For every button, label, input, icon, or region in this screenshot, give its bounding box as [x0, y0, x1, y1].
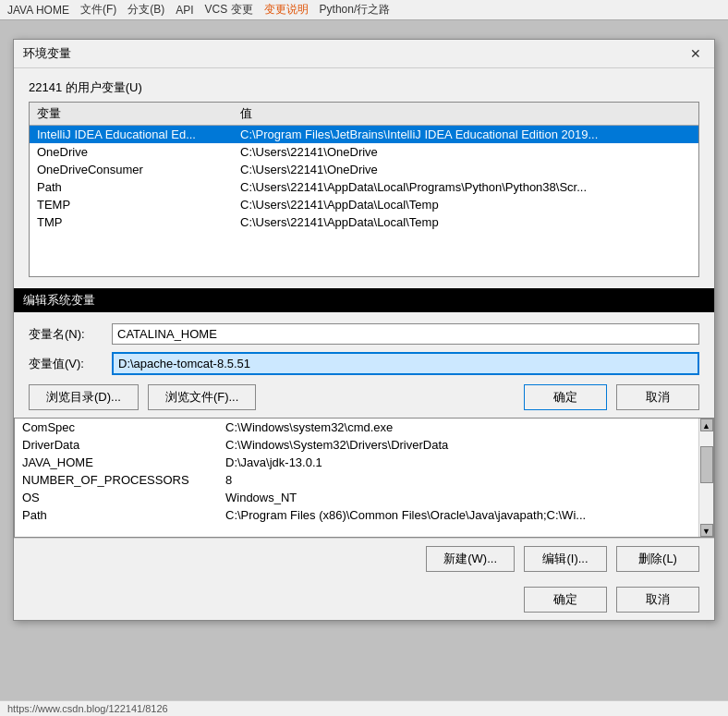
sys-table-row[interactable]: PathC:\Program Files (x86)\Common Files\…: [15, 506, 713, 524]
sys-var-name: DriverData: [15, 436, 218, 454]
user-section-label: 22141 的用户变量(U): [29, 79, 699, 96]
sys-var-name: JAVA_HOME: [15, 454, 218, 471]
delete-button[interactable]: 删除(L): [616, 546, 699, 572]
user-var-name: TMP: [30, 213, 233, 231]
nav-item-changes[interactable]: 变更说明: [264, 2, 309, 18]
final-buttons: 确定 取消: [14, 579, 714, 620]
scroll-thumb[interactable]: [700, 446, 713, 483]
value-field-row: 变量值(V):: [29, 352, 699, 375]
user-var-name: Path: [30, 178, 233, 196]
sys-var-name: OS: [15, 489, 218, 506]
scroll-up-arrow[interactable]: ▲: [700, 419, 713, 431]
black-bar: 编辑系统变量: [14, 288, 714, 312]
nav-item-api[interactable]: API: [176, 4, 193, 17]
user-table-row[interactable]: TEMPC:\Users\22141\AppData\Local\Temp: [30, 196, 698, 213]
user-var-name: TEMP: [30, 196, 233, 213]
sys-var-value: 8: [218, 471, 713, 489]
nav-item-java-home[interactable]: JAVA HOME: [7, 4, 69, 17]
user-var-table: 变量 值 IntelliJ IDEA Educational Ed...C:\P…: [30, 103, 698, 231]
nav-item-vcs[interactable]: VCS 变更: [205, 2, 253, 18]
user-var-value: C:\Users\22141\OneDrive: [233, 143, 698, 161]
edit-ok-button[interactable]: 确定: [524, 384, 607, 410]
bottom-buttons: 新建(W)... 编辑(I)... 删除(L): [14, 538, 714, 579]
user-table-row[interactable]: TMPC:\Users\22141\AppData\Local\Temp: [30, 213, 698, 231]
sys-var-table: ComSpecC:\Windows\system32\cmd.exeDriver…: [15, 419, 713, 524]
col-header-val: 值: [233, 103, 698, 126]
nav-item-file[interactable]: 文件(F): [80, 2, 116, 18]
browse-file-button[interactable]: 浏览文件(F)...: [148, 384, 256, 410]
sys-table-row[interactable]: OSWindows_NT: [15, 489, 713, 506]
sys-var-value: Windows_NT: [218, 489, 713, 506]
value-input[interactable]: [112, 352, 699, 375]
sys-var-value: C:\Windows\System32\Drivers\DriverData: [218, 436, 713, 454]
user-table-row[interactable]: OneDriveConsumerC:\Users\22141\OneDrive: [30, 161, 698, 178]
nav-item-python[interactable]: Python/行之路: [320, 2, 391, 18]
edit-cancel-button[interactable]: 取消: [616, 384, 699, 410]
sys-var-name: ComSpec: [15, 419, 218, 436]
sys-var-value: C:\Program Files (x86)\Common Files\Orac…: [218, 506, 713, 524]
final-ok-button[interactable]: 确定: [524, 587, 607, 613]
user-table-row[interactable]: OneDriveC:\Users\22141\OneDrive: [30, 143, 698, 161]
table-header-row: 变量 值: [30, 103, 698, 126]
edit-button-row: 浏览目录(D)... 浏览文件(F)... 确定 取消: [29, 384, 699, 410]
user-var-name: IntelliJ IDEA Educational Ed...: [30, 126, 233, 144]
final-cancel-button[interactable]: 取消: [616, 587, 699, 613]
sys-var-table-container: ComSpecC:\Windows\system32\cmd.exeDriver…: [14, 418, 714, 538]
top-nav: JAVA HOME 文件(F) 分支(B) API VCS 变更 变更说明 Py…: [0, 0, 728, 20]
scrollbar[interactable]: ▲ ▼: [698, 419, 713, 537]
sys-var-value: C:\Windows\system32\cmd.exe: [218, 419, 713, 436]
sys-var-value: D:\Java\jdk-13.0.1: [218, 454, 713, 471]
user-var-table-container: 变量 值 IntelliJ IDEA Educational Ed...C:\P…: [29, 102, 699, 277]
sys-var-section-wrapper: ComSpecC:\Windows\system32\cmd.exeDriver…: [14, 418, 714, 538]
dialog-titlebar: 环境变量 ✕: [14, 40, 714, 68]
sys-var-name: Path: [15, 506, 218, 524]
user-var-value: C:\Users\22141\OneDrive: [233, 161, 698, 178]
sys-table-row[interactable]: ComSpecC:\Windows\system32\cmd.exe: [15, 419, 713, 436]
sys-var-name: NUMBER_OF_PROCESSORS: [15, 471, 218, 489]
nav-item-branch[interactable]: 分支(B): [127, 2, 164, 18]
edit-section: 变量名(N): 变量值(V): 浏览目录(D)... 浏览文件(F)... 确定…: [14, 312, 714, 418]
name-field-row: 变量名(N):: [29, 323, 699, 345]
close-button[interactable]: ✕: [686, 46, 705, 61]
user-var-value: C:\Users\22141\AppData\Local\Temp: [233, 196, 698, 213]
dialog-body: 22141 的用户变量(U) 变量 值 IntelliJ IDEA Educat…: [14, 68, 714, 288]
user-var-name: OneDrive: [30, 143, 233, 161]
user-var-value: C:\Users\22141\AppData\Local\Programs\Py…: [233, 178, 698, 196]
user-var-value: C:\Program Files\JetBrains\IntelliJ IDEA…: [233, 126, 698, 144]
sys-table-row[interactable]: DriverDataC:\Windows\System32\Drivers\Dr…: [15, 436, 713, 454]
scroll-down-arrow[interactable]: ▼: [700, 524, 713, 537]
status-text: https://www.csdn.blog/122141/8126: [7, 703, 168, 714]
new-button[interactable]: 新建(W)...: [426, 546, 515, 572]
user-table-row[interactable]: PathC:\Users\22141\AppData\Local\Program…: [30, 178, 698, 196]
name-label: 变量名(N):: [29, 326, 112, 343]
user-var-name: OneDriveConsumer: [30, 161, 233, 178]
value-label: 变量值(V):: [29, 356, 112, 372]
name-input[interactable]: [112, 323, 699, 345]
black-bar-label: 编辑系统变量: [23, 293, 95, 307]
user-section-text: 22141 的用户变量(U): [29, 80, 142, 94]
browse-dir-button[interactable]: 浏览目录(D)...: [29, 384, 139, 410]
user-var-value: C:\Users\22141\AppData\Local\Temp: [233, 213, 698, 231]
col-header-var: 变量: [30, 103, 233, 126]
sys-table-row[interactable]: JAVA_HOMED:\Java\jdk-13.0.1: [15, 454, 713, 471]
dialog-title: 环境变量: [23, 45, 71, 62]
status-bar: https://www.csdn.blog/122141/8126: [0, 700, 728, 716]
edit-button[interactable]: 编辑(I)...: [524, 546, 607, 572]
sys-table-row[interactable]: NUMBER_OF_PROCESSORS8: [15, 471, 713, 489]
user-table-row[interactable]: IntelliJ IDEA Educational Ed...C:\Progra…: [30, 126, 698, 144]
